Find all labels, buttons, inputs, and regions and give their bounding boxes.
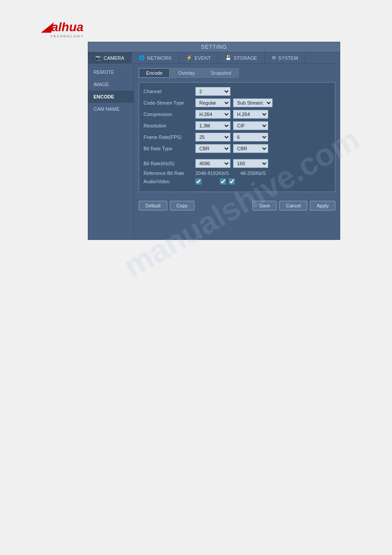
- resolution-main-select[interactable]: 1.3M 1080P 720P D1 CIF: [195, 121, 230, 130]
- compression-control: H.264 H.265 MJPEG H.264 H.265: [195, 110, 268, 119]
- channel-label: Channel: [144, 89, 192, 94]
- system-icon: ⚙: [272, 55, 276, 61]
- logo: ◢alhua TECHNOLOGY: [42, 20, 84, 38]
- nav-tab-event[interactable]: ⚡ EVENT: [179, 52, 218, 63]
- code-stream-sub-select[interactable]: Sub Stream1 Sub Stream2: [233, 98, 273, 107]
- sub-tabs: Encode Overlay Snapshot: [139, 68, 335, 78]
- logo-tagline: TECHNOLOGY: [50, 34, 84, 38]
- code-stream-main-select[interactable]: Regular Extra Stream1 Extra Stream2: [195, 98, 230, 107]
- nav-tab-system-label: SYSTEM: [278, 55, 298, 61]
- bit-rate-type-sub-select[interactable]: CBR VBR: [233, 144, 268, 153]
- sidebar: REMOTE IMAGE ENCODE CAM NAME: [88, 64, 134, 239]
- nav-tab-network[interactable]: 🌐 NETWORK: [132, 52, 179, 63]
- content-area: REMOTE IMAGE ENCODE CAM NAME Encode Over…: [88, 64, 340, 239]
- compression-sub-select[interactable]: H.264 H.265: [233, 110, 268, 119]
- ref-bit-rate-row: Reference Bit Rate 2048-8192Kb/S 48-256K…: [144, 170, 331, 176]
- camera-icon: 📷: [95, 55, 101, 61]
- code-stream-type-control: Regular Extra Stream1 Extra Stream2 Sub …: [195, 98, 273, 107]
- audio-video-control: [195, 178, 235, 185]
- nav-tab-storage-label: STORAGE: [234, 55, 257, 61]
- button-row: Default Copy Save Cancel Apply: [139, 201, 335, 210]
- bit-rate-sub-select[interactable]: 160 128192256320512: [233, 159, 268, 168]
- compression-row: Compression H.264 H.265 MJPEG H.264 H.26…: [144, 110, 331, 119]
- storage-icon: 💾: [225, 55, 231, 61]
- save-button[interactable]: Save: [252, 201, 277, 210]
- network-icon: 🌐: [139, 55, 145, 61]
- logo-brand: ◢alhua: [42, 20, 83, 34]
- audio-video-main-checkbox[interactable]: [195, 178, 201, 185]
- main-container: SETTING 📷 CAMERA 🌐 NETWORK ⚡ EVENT 💾 STO…: [88, 42, 340, 240]
- bit-rate-control: 4096 10242048307261448192 160 1281922563…: [195, 159, 268, 168]
- resolution-row: Resolution 1.3M 1080P 720P D1 CIF CIF QC…: [144, 121, 331, 130]
- apply-button[interactable]: Apply: [310, 201, 335, 210]
- compression-main-select[interactable]: H.264 H.265 MJPEG: [195, 110, 230, 119]
- bit-rate-type-control: CBR VBR CBR VBR: [195, 144, 268, 153]
- sidebar-item-cam-name[interactable]: CAM NAME: [88, 103, 134, 115]
- main-panel: Encode Overlay Snapshot Channel 2 1 3 4: [134, 64, 340, 239]
- nav-tab-system[interactable]: ⚙ SYSTEM: [265, 52, 306, 63]
- default-button[interactable]: Default: [139, 201, 167, 210]
- code-stream-type-label: Code-Stream Type: [144, 100, 192, 105]
- channel-row: Channel 2 1 3 4: [144, 87, 331, 96]
- nav-tab-camera[interactable]: 📷 CAMERA: [88, 52, 132, 63]
- bit-rate-row: Bit Rate(Kb/S) 4096 10242048307261448192…: [144, 159, 331, 168]
- ref-bit-rate-sub-value: 48-256Kb/S: [240, 170, 266, 176]
- setting-bar: SETTING: [88, 42, 340, 52]
- bit-rate-type-row: Bit Rate Type CBR VBR CBR VBR: [144, 144, 331, 153]
- nav-tab-camera-label: CAMERA: [104, 55, 124, 61]
- frame-rate-label: Frame Rate(FPS): [144, 134, 192, 140]
- copy-button[interactable]: Copy: [170, 201, 194, 210]
- audio-video-sub-video-checkbox[interactable]: [229, 178, 235, 185]
- resolution-label: Resolution: [144, 123, 192, 128]
- form-area: Channel 2 1 3 4 Code-Stream Type: [139, 82, 335, 192]
- sidebar-item-remote[interactable]: REMOTE: [88, 66, 134, 78]
- audio-video-sub-audio-checkbox[interactable]: [220, 178, 226, 185]
- bit-rate-label: Bit Rate(Kb/S): [144, 161, 192, 166]
- frame-rate-control: 25 12510152030 6 123457810: [195, 133, 268, 141]
- bit-rate-type-label: Bit Rate Type: [144, 146, 192, 151]
- cancel-button[interactable]: Cancel: [279, 201, 307, 210]
- audio-video-row: Audio/Video: [144, 178, 331, 185]
- nav-tab-event-label: EVENT: [194, 55, 211, 61]
- channel-control: 2 1 3 4: [195, 87, 230, 96]
- ref-bit-rate-label: Reference Bit Rate: [144, 170, 192, 176]
- resolution-sub-select[interactable]: CIF QCIF D1: [233, 121, 268, 130]
- sub-tab-overlay[interactable]: Overlay: [171, 68, 202, 78]
- nav-tab-storage[interactable]: 💾 STORAGE: [218, 52, 265, 63]
- channel-select[interactable]: 2 1 3 4: [195, 87, 230, 96]
- frame-rate-main-select[interactable]: 25 12510152030: [195, 133, 230, 141]
- resolution-control: 1.3M 1080P 720P D1 CIF CIF QCIF D1: [195, 121, 268, 130]
- nav-tabs: 📷 CAMERA 🌐 NETWORK ⚡ EVENT 💾 STORAGE ⚙ S…: [88, 52, 340, 64]
- ref-bit-rate-main-value: 2048-8192Kb/S: [195, 170, 229, 176]
- code-stream-type-row: Code-Stream Type Regular Extra Stream1 E…: [144, 98, 331, 107]
- frame-rate-sub-select[interactable]: 6 123457810: [233, 133, 268, 141]
- compression-label: Compression: [144, 112, 192, 117]
- bit-rate-main-select[interactable]: 4096 10242048307261448192: [195, 159, 230, 168]
- audio-video-label: Audio/Video: [144, 179, 192, 184]
- sub-tab-snapshot[interactable]: Snapshot: [203, 68, 238, 78]
- sidebar-item-image[interactable]: IMAGE: [88, 78, 134, 91]
- bit-rate-type-main-select[interactable]: CBR VBR: [195, 144, 230, 153]
- frame-rate-row: Frame Rate(FPS) 25 12510152030 6 1234578…: [144, 133, 331, 141]
- sub-tab-encode[interactable]: Encode: [139, 68, 170, 78]
- sidebar-item-encode[interactable]: ENCODE: [88, 91, 134, 103]
- ref-bit-rate-control: 2048-8192Kb/S 48-256Kb/S: [195, 170, 266, 176]
- event-icon: ⚡: [186, 55, 192, 61]
- nav-tab-network-label: NETWORK: [147, 55, 172, 61]
